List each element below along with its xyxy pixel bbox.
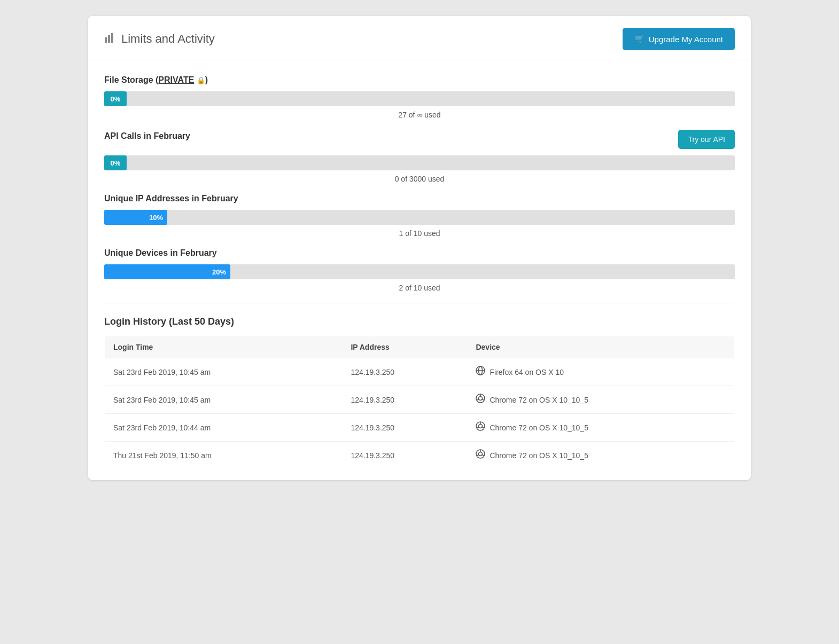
unique-devices-progress-bar-wrap: 20% [104,264,735,279]
card-header: Limits and Activity 🛒 Upgrade My Account [88,16,751,60]
table-header-row: Login Time IP Address Device [105,336,735,358]
table-row: Thu 21st Feb 2019, 11:50 am124.19.3.250C… [105,442,735,469]
unique-devices-section: Unique Devices in February 20% 2 of 10 u… [104,248,735,292]
browser-icon [476,421,485,434]
unique-ip-progress-bar-wrap: 10% [104,210,735,225]
device-name: Chrome 72 on OS X 10_10_5 [490,396,588,404]
col-ip-address: IP Address [342,336,467,358]
table-body: Sat 23rd Feb 2019, 10:45 am124.19.3.250F… [105,358,735,469]
cell-device: Chrome 72 on OS X 10_10_5 [467,414,734,442]
api-calls-section: API Calls in February Try our API 0% 0 o… [104,130,735,183]
table-head: Login Time IP Address Device [105,336,735,358]
page-title: Limits and Activity [104,32,215,46]
api-calls-header-row: API Calls in February Try our API [104,130,735,149]
svg-line-15 [477,427,479,428]
svg-line-10 [477,399,479,400]
api-calls-progress-bar-wrap: 0% [104,155,735,170]
device-name: Chrome 72 on OS X 10_10_5 [490,423,588,432]
cell-device: Chrome 72 on OS X 10_10_5 [467,442,734,469]
cell-ip-address: 124.19.3.250 [342,442,467,469]
unique-devices-title: Unique Devices in February [104,248,735,258]
cell-ip-address: 124.19.3.250 [342,414,467,442]
unique-devices-used-label: 2 of 10 used [104,284,735,292]
browser-icon [476,449,485,461]
svg-line-9 [482,399,484,400]
device-name: Chrome 72 on OS X 10_10_5 [490,451,588,460]
api-calls-progress-bar: 0% [104,155,127,170]
try-api-button[interactable]: Try our API [678,130,735,149]
svg-line-14 [482,427,484,428]
card-body: File Storage (PRIVATE 🔒) 0% 27 of ∞ used… [88,60,751,480]
browser-icon [476,394,485,406]
api-calls-pct-label: 0% [111,159,121,167]
cart-icon: 🛒 [634,34,644,44]
main-card: Limits and Activity 🛒 Upgrade My Account… [88,16,751,480]
lock-icon: 🔒 [197,76,205,84]
bar-chart-icon [104,32,116,46]
unique-devices-pct-label: 20% [212,268,226,276]
unique-devices-progress-bar: 20% [104,264,230,279]
cell-ip-address: 124.19.3.250 [342,358,467,386]
device-name: Firefox 64 on OS X 10 [490,368,564,376]
cell-login-time: Sat 23rd Feb 2019, 10:44 am [105,414,343,442]
api-calls-used-label: 0 of 3000 used [104,175,735,183]
api-calls-title: API Calls in February [104,131,190,141]
login-history-title: Login History (Last 50 Days) [104,316,735,327]
cell-login-time: Sat 23rd Feb 2019, 10:45 am [105,386,343,414]
cell-device: Firefox 64 on OS X 10 [467,358,734,386]
unique-ip-section: Unique IP Addresses in February 10% 1 of… [104,194,735,238]
unique-ip-title: Unique IP Addresses in February [104,194,735,203]
file-storage-pct-label: 0% [111,95,121,103]
cell-login-time: Thu 21st Feb 2019, 11:50 am [105,442,343,469]
file-storage-progress-bar: 0% [104,91,127,106]
cell-ip-address: 124.19.3.250 [342,386,467,414]
file-storage-title: File Storage (PRIVATE 🔒) [104,75,735,85]
cell-device: Chrome 72 on OS X 10_10_5 [467,386,734,414]
file-storage-section: File Storage (PRIVATE 🔒) 0% 27 of ∞ used [104,75,735,119]
unique-ip-used-label: 1 of 10 used [104,229,735,238]
svg-rect-0 [105,37,107,43]
unique-ip-progress-bar: 10% [104,210,167,225]
table-row: Sat 23rd Feb 2019, 10:44 am124.19.3.250C… [105,414,735,442]
upgrade-btn-label: Upgrade My Account [649,35,723,44]
svg-point-12 [479,425,483,428]
svg-rect-1 [108,35,110,43]
login-history-section: Login History (Last 50 Days) Login Time … [104,316,735,469]
upgrade-button[interactable]: 🛒 Upgrade My Account [623,28,735,50]
page-title-text: Limits and Activity [121,32,215,46]
svg-point-7 [479,397,483,400]
browser-icon [476,366,485,378]
try-api-btn-label: Try our API [688,135,725,144]
table-row: Sat 23rd Feb 2019, 10:45 am124.19.3.250F… [105,358,735,386]
table-row: Sat 23rd Feb 2019, 10:45 am124.19.3.250C… [105,386,735,414]
file-storage-progress-bar-wrap: 0% [104,91,735,106]
login-history-table: Login Time IP Address Device Sat 23rd Fe… [104,336,735,469]
file-storage-used-label: 27 of ∞ used [104,111,735,119]
svg-point-17 [479,452,483,456]
svg-line-19 [482,455,484,456]
col-login-time: Login Time [105,336,343,358]
private-badge: PRIVATE [158,75,194,84]
unique-ip-pct-label: 10% [149,214,163,222]
section-divider [104,303,735,303]
svg-rect-2 [111,33,113,43]
cell-login-time: Sat 23rd Feb 2019, 10:45 am [105,358,343,386]
svg-line-20 [477,455,479,456]
col-device: Device [467,336,734,358]
